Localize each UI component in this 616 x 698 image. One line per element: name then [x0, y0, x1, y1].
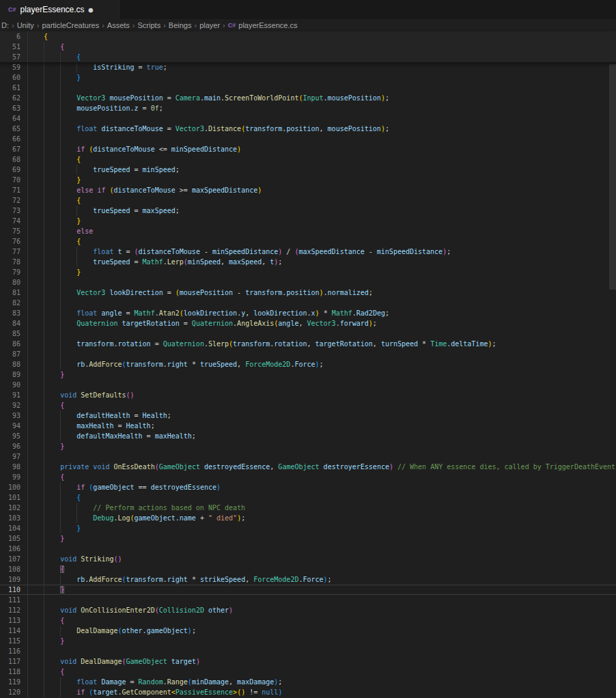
code-line[interactable]: 79 } — [0, 267, 616, 277]
line-number[interactable]: 85 — [0, 329, 20, 339]
line-number[interactable]: 113 — [0, 615, 20, 626]
code-line[interactable]: 101 { — [0, 492, 616, 503]
code-line[interactable]: 86 transform.rotation = Quaternion.Slerp… — [0, 339, 616, 349]
line-number[interactable]: 74 — [0, 216, 20, 226]
line-number[interactable]: 72 — [0, 195, 20, 206]
code-line-current[interactable]: 110 } — [0, 585, 616, 595]
line-number[interactable]: 95 — [0, 431, 20, 441]
code-line[interactable]: 90 — [0, 380, 616, 390]
line-number[interactable]: 115 — [0, 636, 20, 646]
line-number[interactable]: 97 — [0, 451, 20, 462]
code-line[interactable]: 108 { — [0, 564, 616, 574]
code-line[interactable]: 91 void SetDefaults() — [0, 390, 616, 400]
line-number[interactable]: 61 — [0, 83, 20, 93]
line-number[interactable]: 6 — [0, 31, 20, 42]
code-line[interactable]: 83 float angle = Mathf.Atan2(lookDirecti… — [0, 308, 616, 318]
line-number[interactable]: 67 — [0, 144, 20, 154]
line-number[interactable]: 83 — [0, 308, 20, 318]
code-line[interactable]: 120 if (target.GetComponent<PassiveEssen… — [0, 687, 616, 697]
line-number[interactable]: 80 — [0, 277, 20, 288]
code-line[interactable]: 95 defaultMaxHealth = maxHealth; — [0, 431, 616, 441]
line-number[interactable]: 66 — [0, 134, 20, 144]
code-line[interactable]: 92 { — [0, 400, 616, 410]
sticky-scroll[interactable]: 6 {51 {57 { — [0, 31, 616, 62]
breadcrumb-item[interactable]: Scripts — [138, 21, 161, 29]
code-line[interactable]: 69 trueSpeed = minSpeed; — [0, 165, 616, 175]
line-number[interactable]: 65 — [0, 124, 20, 134]
breadcrumb-item[interactable]: Beings — [169, 21, 192, 29]
line-number[interactable]: 76 — [0, 236, 20, 247]
line-number[interactable]: 91 — [0, 390, 20, 400]
code-line[interactable]: 106 — [0, 544, 616, 554]
line-number[interactable]: 96 — [0, 441, 20, 451]
code-line[interactable]: 72 { — [0, 195, 616, 206]
line-number[interactable]: 110 — [0, 585, 20, 595]
code-line[interactable]: 82 — [0, 298, 616, 308]
code-line[interactable]: 61 — [0, 83, 616, 93]
line-number[interactable]: 57 — [0, 52, 20, 62]
code-line[interactable]: 114 DealDamage(other.gameObject); — [0, 626, 616, 636]
line-number[interactable]: 106 — [0, 544, 20, 554]
line-number[interactable]: 89 — [0, 369, 20, 380]
line-number[interactable]: 104 — [0, 523, 20, 533]
line-number[interactable]: 75 — [0, 226, 20, 236]
code-line[interactable]: 77 float t = (distanceToMouse - minSpeed… — [0, 247, 616, 257]
line-number[interactable]: 77 — [0, 247, 20, 257]
code-line[interactable]: 113 { — [0, 615, 616, 626]
line-number[interactable]: 114 — [0, 626, 20, 636]
line-number[interactable]: 109 — [0, 574, 20, 585]
line-number[interactable]: 111 — [0, 595, 20, 605]
line-number[interactable]: 87 — [0, 349, 20, 359]
line-number[interactable]: 112 — [0, 605, 20, 615]
line-number[interactable]: 103 — [0, 513, 20, 523]
code-line[interactable]: 87 — [0, 349, 616, 359]
line-number[interactable]: 88 — [0, 359, 20, 369]
line-number[interactable]: 82 — [0, 298, 20, 308]
code-line[interactable]: 112 void OnCollisionEnter2D(Collision2D … — [0, 605, 616, 615]
code-line[interactable]: 63 mousePosition.z = 0f; — [0, 103, 616, 113]
code-line[interactable]: 118 { — [0, 667, 616, 677]
code-line[interactable]: 74 } — [0, 216, 616, 226]
scrollbar[interactable] — [609, 63, 616, 698]
breadcrumb-item[interactable]: D: — [1, 21, 9, 29]
scrollbar-thumb[interactable] — [609, 64, 616, 290]
code-line[interactable]: 68 { — [0, 154, 616, 165]
modified-dot-icon[interactable]: ● — [89, 6, 94, 14]
code-line[interactable]: 62 Vector3 mousePosition = Camera.main.S… — [0, 93, 616, 103]
line-number[interactable]: 69 — [0, 165, 20, 175]
code-line[interactable]: 59 isStriking = true; — [0, 62, 616, 72]
line-number[interactable]: 98 — [0, 462, 20, 472]
line-number[interactable]: 117 — [0, 656, 20, 667]
code-line[interactable]: 111 — [0, 595, 616, 605]
code-line[interactable]: 84 Quaternion targetRotation = Quaternio… — [0, 318, 616, 329]
code-line[interactable]: 6 { — [0, 31, 616, 42]
code-line[interactable]: 115 } — [0, 636, 616, 646]
code-line[interactable]: 104 } — [0, 523, 616, 533]
line-number[interactable]: 94 — [0, 421, 20, 431]
code-line[interactable]: 93 defaultHealth = Health; — [0, 410, 616, 421]
code-line[interactable]: 51 { — [0, 42, 616, 52]
line-number[interactable]: 81 — [0, 288, 20, 298]
line-number[interactable]: 63 — [0, 103, 20, 113]
tab-playeressence[interactable]: C# playerEssence.cs ● — [0, 0, 120, 19]
code-line[interactable]: 105 } — [0, 533, 616, 544]
code-line[interactable]: 116 — [0, 646, 616, 656]
code-line[interactable]: 109 rb.AddForce(transform.right * strike… — [0, 574, 616, 585]
line-number[interactable]: 100 — [0, 482, 20, 492]
line-number[interactable]: 86 — [0, 339, 20, 349]
line-number[interactable]: 118 — [0, 667, 20, 677]
code-line[interactable]: 76 { — [0, 236, 616, 247]
line-number[interactable]: 108 — [0, 564, 20, 574]
code-line[interactable]: 89 } — [0, 369, 616, 380]
breadcrumb-file[interactable]: playerEssence.cs — [238, 21, 297, 29]
code-line[interactable]: 107 void Striking() — [0, 554, 616, 564]
line-number[interactable]: 59 — [0, 62, 20, 72]
line-number[interactable]: 73 — [0, 206, 20, 216]
line-number[interactable]: 62 — [0, 93, 20, 103]
line-number[interactable]: 93 — [0, 410, 20, 421]
line-number[interactable]: 107 — [0, 554, 20, 564]
line-number[interactable]: 92 — [0, 400, 20, 410]
code-line[interactable]: 117 void DealDamage(GameObject target) — [0, 656, 616, 667]
line-number[interactable]: 101 — [0, 492, 20, 503]
line-number[interactable]: 60 — [0, 72, 20, 83]
